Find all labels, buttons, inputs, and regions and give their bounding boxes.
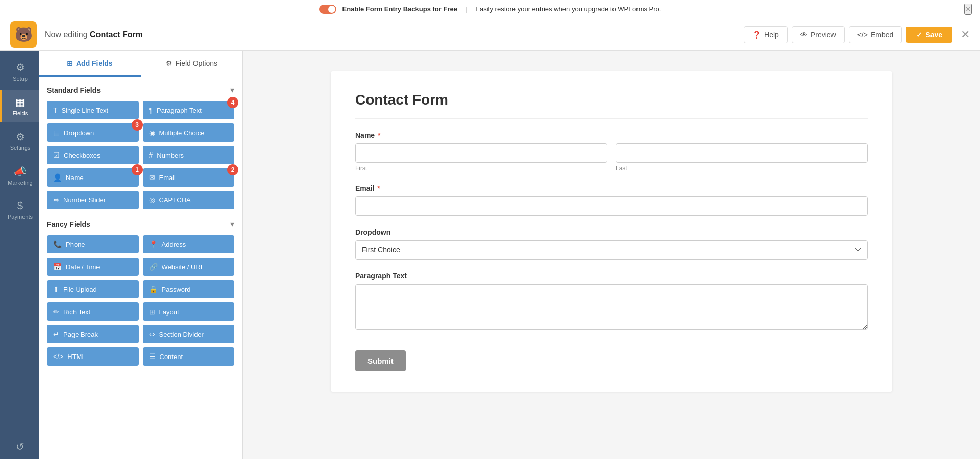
embed-button[interactable]: </> Embed (849, 26, 902, 43)
phone-icon: 📞 (53, 240, 62, 248)
paragraph-textarea[interactable] (355, 284, 868, 330)
close-editor-button[interactable]: ✕ (961, 28, 970, 41)
name-fields-row: First Last (355, 143, 868, 172)
numbers-label: Numbers (157, 151, 184, 159)
single-line-text-icon: T (53, 106, 58, 114)
tab-field-options[interactable]: ⚙ Field Options (141, 51, 243, 76)
field-btn-number-slider[interactable]: ⇔ Number Slider (47, 191, 139, 209)
field-btn-html[interactable]: </> HTML (47, 347, 139, 366)
submit-button[interactable]: Submit (355, 350, 406, 371)
email-badge: 2 (227, 164, 238, 175)
captcha-label: CAPTCHA (159, 196, 191, 204)
name-label-text: Name (355, 131, 375, 139)
name-first-input[interactable] (355, 143, 607, 163)
app-header: 🐻 Now editing Contact Form ❓ Help 👁 Prev… (0, 18, 980, 51)
address-label: Address (162, 241, 186, 248)
header-actions: ❓ Help 👁 Preview </> Embed ✓ Save ✕ (744, 26, 970, 43)
form-field-dropdown: Dropdown First Choice (355, 228, 868, 260)
field-btn-dropdown[interactable]: ▤ Dropdown 3 (47, 123, 139, 142)
paragraph-text-label: Paragraph Text (157, 107, 202, 114)
sidebar-item-fields[interactable]: ▦ Fields (0, 90, 39, 122)
name-required-star: * (378, 131, 380, 139)
fancy-fields-header[interactable]: Fancy Fields ▾ (47, 219, 234, 229)
name-last-input[interactable] (616, 143, 868, 163)
dropdown-label: Dropdown (64, 129, 94, 137)
single-line-text-label: Single Line Text (62, 107, 109, 114)
banner-promo-text: Easily restore your entries when you upg… (475, 5, 661, 13)
email-input[interactable] (355, 196, 868, 216)
website-url-label: Website / URL (162, 263, 205, 271)
field-btn-file-upload[interactable]: ⬆ File Upload (47, 280, 139, 298)
name-last-group: Last (616, 143, 868, 172)
email-field-label: Email * (355, 184, 868, 192)
help-icon: ❓ (752, 31, 761, 39)
sidebar-item-payments[interactable]: $ Payments (0, 194, 39, 226)
captcha-icon: ◎ (149, 196, 155, 204)
date-time-icon: 📅 (53, 263, 62, 271)
form-card: Contact Form Name * First Last (331, 71, 892, 392)
field-btn-captcha[interactable]: ◎ CAPTCHA (143, 191, 235, 209)
backup-toggle[interactable] (319, 5, 336, 14)
field-btn-content[interactable]: ☰ Content (143, 347, 235, 366)
html-label: HTML (67, 353, 85, 361)
section-divider-label: Section Divider (159, 330, 204, 338)
panel-tabs: ⊞ Add Fields ⚙ Field Options (39, 51, 242, 77)
field-btn-multiple-choice[interactable]: ◉ Multiple Choice (143, 123, 235, 142)
field-btn-rich-text[interactable]: ✏ Rich Text (47, 302, 139, 321)
tab-add-fields[interactable]: ⊞ Add Fields (39, 51, 141, 76)
sidebar-item-setup[interactable]: ⚙ Setup (0, 55, 39, 88)
payments-label: Payments (8, 214, 33, 220)
help-button[interactable]: ❓ Help (744, 26, 788, 43)
field-btn-address[interactable]: 📍 Address (143, 235, 235, 253)
dropdown-icon: ▤ (53, 129, 60, 137)
field-btn-paragraph-text[interactable]: ¶ Paragraph Text 4 (143, 101, 235, 119)
address-icon: 📍 (149, 240, 158, 248)
standard-fields-header[interactable]: Standard Fields ▾ (47, 85, 234, 95)
field-btn-name[interactable]: 👤 Name 1 (47, 168, 139, 187)
add-fields-icon: ⊞ (67, 59, 73, 67)
field-btn-numbers[interactable]: # Numbers (143, 146, 235, 164)
date-time-label: Date / Time (66, 263, 100, 271)
preview-button[interactable]: 👁 Preview (792, 26, 845, 43)
sidebar-item-marketing[interactable]: 📣 Marketing (0, 159, 39, 192)
fancy-fields-grid: 📞 Phone 📍 Address 📅 Date / Time 🔗 Websit… (47, 235, 234, 366)
file-upload-icon: ⬆ (53, 285, 59, 293)
main-layout: ⚙ Setup ▦ Fields ⚙ Settings 📣 Marketing … (0, 51, 980, 459)
form-field-email: Email * (355, 184, 868, 216)
sidebar-item-settings[interactable]: ⚙ Settings (0, 124, 39, 157)
content-label: Content (160, 353, 183, 361)
website-url-icon: 🔗 (149, 263, 158, 271)
name-first-group: First (355, 143, 607, 172)
setup-label: Setup (13, 75, 28, 82)
field-btn-single-line-text[interactable]: T Single Line Text (47, 101, 139, 119)
field-btn-website-url[interactable]: 🔗 Website / URL (143, 258, 235, 276)
field-btn-page-break[interactable]: ↵ Page Break (47, 325, 139, 343)
name-badge: 1 (132, 164, 143, 175)
field-btn-layout[interactable]: ⊞ Layout (143, 302, 235, 321)
field-btn-password[interactable]: 🔒 Password (143, 280, 235, 298)
preview-icon: 👁 (800, 31, 807, 39)
field-btn-checkboxes[interactable]: ☑ Checkboxes (47, 146, 139, 164)
sidebar-item-undo[interactable]: ↺ (0, 435, 39, 459)
setup-icon: ⚙ (16, 61, 25, 73)
banner-close-button[interactable]: × (964, 4, 972, 15)
standard-section-title: Standard Fields (47, 86, 101, 94)
field-btn-phone[interactable]: 📞 Phone (47, 235, 139, 253)
multiple-choice-icon: ◉ (149, 129, 155, 137)
save-button[interactable]: ✓ Save (906, 27, 952, 43)
password-icon: 🔒 (149, 285, 158, 293)
settings-label: Settings (10, 145, 31, 151)
multiple-choice-label: Multiple Choice (159, 129, 205, 137)
name-first-label: First (355, 165, 607, 172)
field-btn-date-time[interactable]: 📅 Date / Time (47, 258, 139, 276)
dropdown-select[interactable]: First Choice (355, 240, 868, 260)
email-label: Email (159, 174, 176, 182)
left-nav: ⚙ Setup ▦ Fields ⚙ Settings 📣 Marketing … (0, 51, 39, 459)
editing-prefix: Now editing (45, 30, 88, 39)
field-btn-email[interactable]: ✉ Email 2 (143, 168, 235, 187)
save-label: Save (925, 31, 942, 39)
rich-text-label: Rich Text (63, 308, 90, 316)
field-btn-section-divider[interactable]: ⇔ Section Divider (143, 325, 235, 343)
number-slider-icon: ⇔ (53, 196, 59, 204)
layout-icon: ⊞ (149, 308, 155, 316)
